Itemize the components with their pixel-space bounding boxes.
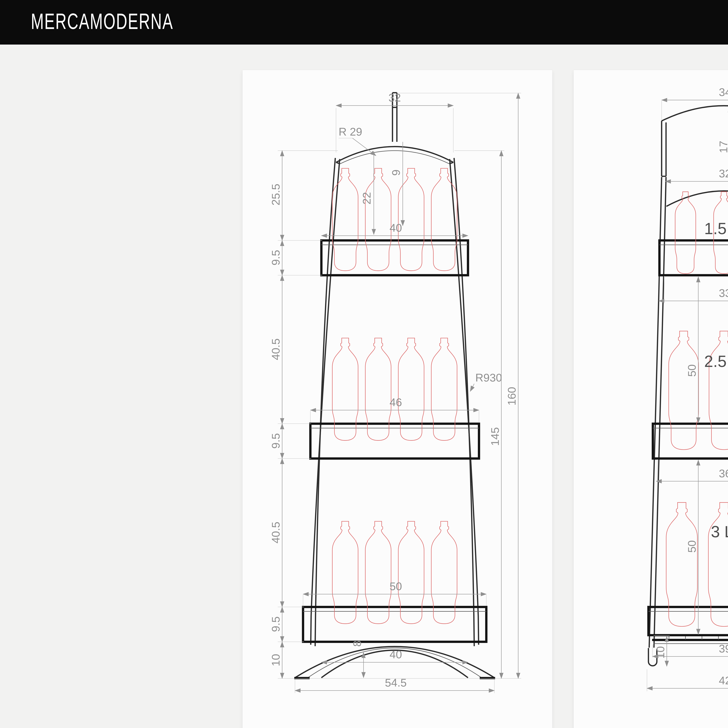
front-view-drawing: 34 17 32 1.5 L 33 50 2.5 L 36 50 3 L 39 … (574, 77, 728, 708)
dim-shelf1-width: 40 (390, 222, 402, 234)
dim-tray-h3: 9.5 (269, 616, 282, 632)
front-bottle-outlines (666, 192, 728, 626)
dim-tier3-height: 50 (685, 540, 698, 553)
dim-tray-h1: 9.5 (269, 250, 282, 265)
dim-height-frame: 145 (489, 427, 501, 446)
front-extension-lines (647, 101, 728, 691)
dim-base-inner: 40 (390, 648, 402, 661)
side-view-drawing: 32 R 29 9 22 25.5 9.5 40.5 9.5 40.5 9.5 … (243, 77, 551, 708)
dim-inner-width: 32 (719, 167, 728, 180)
dim-sec-mid1: 40.5 (269, 338, 282, 360)
dim-tray-h2: 9.5 (269, 433, 282, 449)
front-shelf-trays (648, 240, 728, 635)
dim-height-total: 160 (505, 387, 518, 405)
dim-shelf2-width: 46 (390, 396, 402, 408)
front-view-panel: 34 17 32 1.5 L 33 50 2.5 L 36 50 3 L 39 … (574, 70, 728, 728)
dim-rail-radius: R930 (476, 371, 502, 384)
dim-sec-mid2: 40.5 (269, 522, 282, 543)
dim-shelf3-width: 36 (719, 467, 728, 480)
tier1-label: 1.5 L (704, 220, 728, 237)
side-dimensions: 32 R 29 9 22 25.5 9.5 40.5 9.5 40.5 9.5 … (269, 91, 518, 691)
side-view-panel: 32 R 29 9 22 25.5 9.5 40.5 9.5 40.5 9.5 … (242, 70, 552, 728)
tier2-label: 2.5 L (704, 352, 728, 370)
dim-top-width: 34 (719, 86, 728, 98)
dim-top-radius: R 29 (339, 125, 362, 138)
side-extension-lines (278, 93, 521, 693)
dim-header-height: 17 (717, 141, 728, 153)
brand-logo: MERCAMODERNA (31, 9, 173, 34)
dim-top-width: 32 (388, 91, 401, 104)
tier3-label: 3 L (711, 523, 728, 541)
dim-base-inner: 39 (719, 642, 728, 655)
top-bar: MERCAMODERNA (0, 0, 728, 44)
dim-tier2-height: 50 (685, 364, 698, 377)
dim-base-outer: 42 (719, 674, 728, 687)
dim-arch-drop: 22 (360, 192, 373, 205)
dim-base-gap: 10 (269, 654, 282, 666)
dim-base-outer: 54.5 (385, 676, 407, 689)
front-rack-frame (648, 106, 728, 666)
dim-base-gap: 10 (654, 646, 667, 659)
dim-sec-top: 25.5 (269, 184, 282, 205)
front-dimensions: 34 17 32 1.5 L 33 50 2.5 L 36 50 3 L 39 … (647, 86, 728, 688)
dim-shelf2-width: 33 (719, 287, 728, 299)
dim-pole-depth: 9 (390, 170, 402, 176)
dim-arch-rise: 8 (351, 641, 363, 647)
dim-shelf3-width: 50 (390, 580, 402, 592)
